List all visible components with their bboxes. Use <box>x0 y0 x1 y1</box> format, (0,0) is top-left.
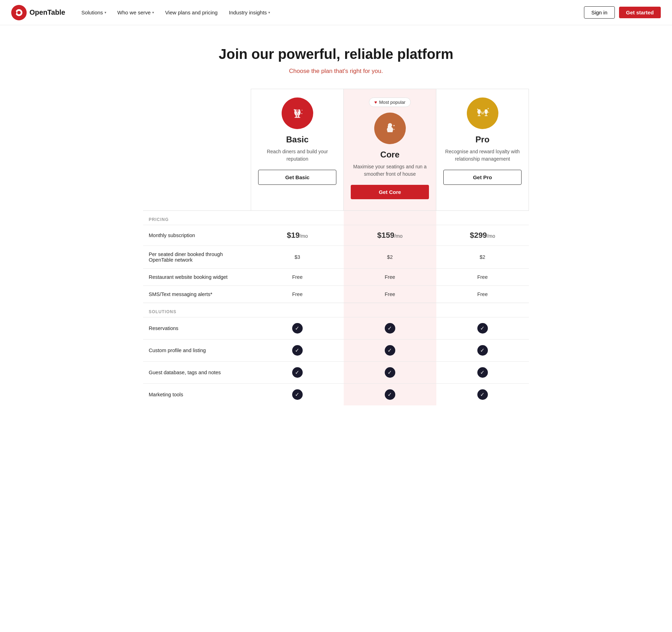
row-label: Reservations <box>143 317 251 339</box>
svg-text:✦: ✦ <box>301 109 303 111</box>
opentable-logo-icon <box>11 5 27 20</box>
value-cell: $2 <box>436 246 529 269</box>
nav-plans-pricing-label: View plans and pricing <box>165 9 218 15</box>
nav-who-we-serve[interactable]: Who we serve ▾ <box>113 7 159 18</box>
svg-text:✦: ✦ <box>393 128 395 130</box>
nav-actions: Sign in Get started <box>584 6 661 19</box>
core-plan-header: ♥ Most popular ✦ ✦ ✦ <box>344 89 436 211</box>
chevron-down-icon: ▾ <box>268 11 270 14</box>
chevron-down-icon: ▾ <box>152 11 154 14</box>
check-cell: ✓ <box>251 384 344 406</box>
basic-plan-header: M ✦ ✦ ✦ Basic Reach diners and build you… <box>251 89 344 211</box>
nav-solutions[interactable]: Solutions ▾ <box>76 7 111 18</box>
price-cell: $19/mo <box>251 225 344 246</box>
check-cell: ✓ <box>436 384 529 406</box>
table-row: Guest database, tags and notes ✓ ✓ ✓ <box>143 362 529 384</box>
row-label: Monthly subscription <box>143 225 251 246</box>
get-pro-button[interactable]: Get Pro <box>443 170 522 185</box>
value-cell: Free <box>251 269 344 286</box>
section-core-spacer-1 <box>344 303 436 317</box>
check-cell: ✓ <box>344 384 436 406</box>
check-cell: ✓ <box>436 339 529 362</box>
checkmark-icon: ✓ <box>292 323 303 334</box>
value-cell: Free <box>251 286 344 303</box>
pro-plan-desc: Recognise and reward loyalty with relati… <box>443 148 522 163</box>
price-cell: $159/mo <box>344 225 436 246</box>
svg-text:M: M <box>481 111 484 115</box>
section-core-spacer-0 <box>344 211 436 225</box>
table-row: Marketing tools ✓ ✓ ✓ <box>143 384 529 406</box>
section-pro-spacer-1 <box>436 303 529 317</box>
chevron-down-icon: ▾ <box>105 11 106 14</box>
table-row: Per seated diner booked through OpenTabl… <box>143 246 529 269</box>
checkmark-icon: ✓ <box>477 367 488 378</box>
checkmark-icon: ✓ <box>385 345 395 356</box>
check-cell: ✓ <box>436 362 529 384</box>
row-label: Restaurant website booking widget <box>143 269 251 286</box>
checkmark-icon: ✓ <box>292 389 303 400</box>
hero-subtitle: Choose the plan that's right for you. <box>7 68 665 75</box>
section-label-0: PRICING <box>143 211 251 225</box>
nav-industry-insights-label: Industry insights <box>229 9 267 15</box>
svg-text:✦: ✦ <box>393 124 395 127</box>
value-cell: $2 <box>344 246 436 269</box>
core-icon-svg: ✦ ✦ ✦ <box>381 119 399 138</box>
logo-area[interactable]: OpenTable <box>11 5 65 20</box>
nav-industry-insights[interactable]: Industry insights ▾ <box>224 7 275 18</box>
checkmark-icon: ✓ <box>385 389 395 400</box>
checkmark-icon: ✓ <box>385 367 395 378</box>
price-amount: $159 <box>377 231 395 240</box>
get-core-button[interactable]: Get Core <box>351 185 429 199</box>
pricing-table: M ✦ ✦ ✦ Basic Reach diners and build you… <box>143 89 529 405</box>
section-header-0: PRICING <box>143 211 529 225</box>
table-row: SMS/Text messaging alerts*FreeFreeFree <box>143 286 529 303</box>
nav-plans-pricing[interactable]: View plans and pricing <box>160 7 223 18</box>
svg-text:✦: ✦ <box>477 108 479 110</box>
get-started-button[interactable]: Get started <box>619 7 661 18</box>
svg-text:✦: ✦ <box>387 125 390 129</box>
hero-section: Join our powerful, reliable platform Cho… <box>0 25 672 89</box>
table-row: Custom profile and listing ✓ ✓ ✓ <box>143 339 529 362</box>
basic-icon-svg: M ✦ ✦ ✦ <box>288 104 307 123</box>
section-label-1: SOLUTIONS <box>143 303 251 317</box>
nav-solutions-label: Solutions <box>81 9 103 15</box>
pro-plan-header: M ✦ ✦ ✦ Pro Recognise and reward loyalty… <box>436 89 529 211</box>
row-label: Per seated diner booked through OpenTabl… <box>143 246 251 269</box>
value-cell: $3 <box>251 246 344 269</box>
pricing-wrapper: M ✦ ✦ ✦ Basic Reach diners and build you… <box>136 89 536 426</box>
checkmark-icon: ✓ <box>292 345 303 356</box>
nav-links: Solutions ▾ Who we serve ▾ View plans an… <box>76 7 581 18</box>
check-cell: ✓ <box>251 317 344 339</box>
price-cell: $299/mo <box>436 225 529 246</box>
table-row: Restaurant website booking widgetFreeFre… <box>143 269 529 286</box>
value-cell: Free <box>436 286 529 303</box>
row-label: Guest database, tags and notes <box>143 362 251 384</box>
checkmark-icon: ✓ <box>477 389 488 400</box>
most-popular-badge: ♥ Most popular <box>369 98 411 107</box>
empty-header-cell <box>143 89 251 211</box>
row-label: SMS/Text messaging alerts* <box>143 286 251 303</box>
checkmark-icon: ✓ <box>385 323 395 334</box>
value-cell: Free <box>436 269 529 286</box>
price-unit: /mo <box>487 233 495 239</box>
svg-text:M: M <box>295 110 300 116</box>
section-pro-spacer-0 <box>436 211 529 225</box>
checkmark-icon: ✓ <box>477 323 488 334</box>
value-cell: Free <box>344 286 436 303</box>
basic-plan-icon: M ✦ ✦ ✦ <box>282 98 313 129</box>
nav-who-we-serve-label: Who we serve <box>117 9 151 15</box>
section-basic-spacer-0 <box>251 211 344 225</box>
section-basic-spacer-1 <box>251 303 344 317</box>
check-cell: ✓ <box>436 317 529 339</box>
check-cell: ✓ <box>344 362 436 384</box>
svg-point-3 <box>13 11 16 14</box>
svg-text:✦: ✦ <box>301 113 303 115</box>
check-cell: ✓ <box>344 339 436 362</box>
get-basic-button[interactable]: Get Basic <box>258 170 336 185</box>
check-cell: ✓ <box>251 362 344 384</box>
sign-in-button[interactable]: Sign in <box>584 6 615 19</box>
basic-plan-name: Basic <box>258 135 336 144</box>
svg-text:✦: ✦ <box>487 107 489 110</box>
pro-plan-icon: M ✦ ✦ ✦ <box>467 98 498 129</box>
core-plan-name: Core <box>351 150 429 160</box>
